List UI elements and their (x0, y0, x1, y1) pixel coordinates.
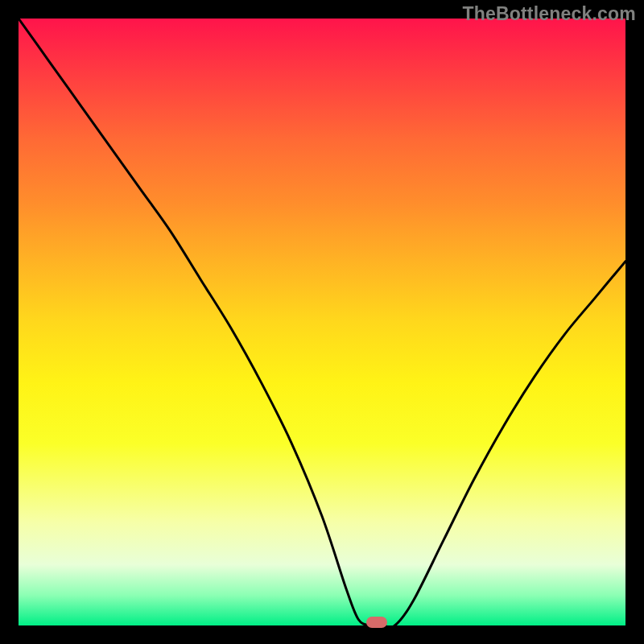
bottleneck-chart: TheBottleneck.com (0, 0, 644, 644)
curve-layer (19, 19, 625, 625)
watermark-text: TheBottleneck.com (462, 3, 636, 25)
plot-area (19, 19, 625, 625)
min-bottleneck-marker (366, 617, 387, 628)
bottleneck-curve (19, 19, 625, 625)
